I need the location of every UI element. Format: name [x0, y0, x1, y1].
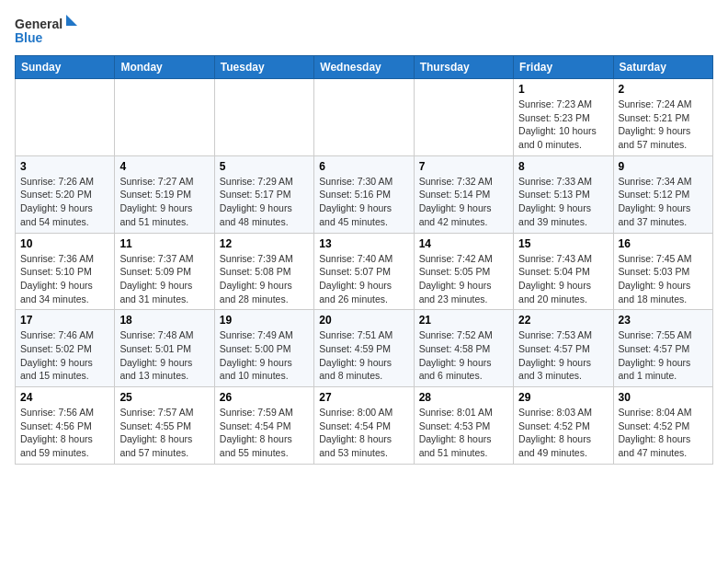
day-number: 6 [319, 160, 408, 173]
weekday-header-row: SundayMondayTuesdayWednesdayThursdayFrid… [16, 56, 713, 79]
weekday-header-sunday: Sunday [16, 56, 115, 79]
day-number: 19 [220, 314, 309, 327]
calendar-cell: 29Sunrise: 8:03 AMSunset: 4:52 PMDayligh… [514, 387, 613, 465]
day-info: Sunrise: 7:53 AMSunset: 4:57 PMDaylight:… [518, 328, 608, 383]
day-info: Sunrise: 7:30 AMSunset: 5:16 PMDaylight:… [319, 175, 408, 229]
day-number: 13 [319, 237, 408, 250]
calendar-cell: 18Sunrise: 7:48 AMSunset: 5:01 PMDayligh… [115, 310, 214, 387]
calendar-cell [16, 79, 115, 156]
day-info: Sunrise: 7:36 AMSunset: 5:10 PMDaylight:… [20, 252, 109, 306]
weekday-header-friday: Friday [514, 56, 613, 79]
calendar-cell: 3Sunrise: 7:26 AMSunset: 5:20 PMDaylight… [16, 155, 115, 233]
logo: GeneralBlue [15, 15, 79, 48]
day-number: 27 [319, 391, 408, 404]
calendar-cell: 26Sunrise: 7:59 AMSunset: 4:54 PMDayligh… [214, 387, 313, 465]
day-info: Sunrise: 7:49 AMSunset: 5:00 PMDaylight:… [220, 328, 309, 383]
day-info: Sunrise: 7:39 AMSunset: 5:08 PMDaylight:… [220, 252, 309, 306]
day-info: Sunrise: 7:24 AMSunset: 5:21 PMDaylight:… [619, 98, 708, 152]
calendar-cell [414, 79, 513, 156]
day-info: Sunrise: 7:42 AMSunset: 5:05 PMDaylight:… [419, 252, 508, 306]
weekday-header-tuesday: Tuesday [214, 56, 313, 79]
calendar-cell: 10Sunrise: 7:36 AMSunset: 5:10 PMDayligh… [16, 233, 115, 310]
svg-text:Blue: Blue [15, 30, 43, 45]
week-row-5: 24Sunrise: 7:56 AMSunset: 4:56 PMDayligh… [16, 387, 713, 465]
calendar-table: SundayMondayTuesdayWednesdayThursdayFrid… [15, 55, 713, 465]
calendar-cell: 13Sunrise: 7:40 AMSunset: 5:07 PMDayligh… [314, 233, 414, 310]
day-number: 17 [20, 314, 109, 327]
calendar-cell: 30Sunrise: 8:04 AMSunset: 4:52 PMDayligh… [613, 387, 712, 465]
day-number: 10 [20, 237, 109, 250]
day-info: Sunrise: 8:01 AMSunset: 4:53 PMDaylight:… [419, 406, 508, 460]
calendar-cell [214, 79, 313, 156]
day-number: 24 [20, 391, 109, 404]
day-number: 26 [220, 391, 309, 404]
day-info: Sunrise: 7:29 AMSunset: 5:17 PMDaylight:… [220, 175, 309, 229]
calendar-cell: 20Sunrise: 7:51 AMSunset: 4:59 PMDayligh… [314, 310, 414, 387]
week-row-2: 3Sunrise: 7:26 AMSunset: 5:20 PMDaylight… [16, 155, 713, 233]
calendar-cell: 22Sunrise: 7:53 AMSunset: 4:57 PMDayligh… [514, 310, 613, 387]
day-number: 28 [419, 391, 508, 404]
day-info: Sunrise: 7:51 AMSunset: 4:59 PMDaylight:… [319, 328, 408, 383]
calendar-cell: 27Sunrise: 8:00 AMSunset: 4:54 PMDayligh… [314, 387, 414, 465]
day-info: Sunrise: 8:03 AMSunset: 4:52 PMDaylight:… [518, 406, 608, 460]
day-number: 7 [419, 160, 508, 173]
weekday-header-wednesday: Wednesday [314, 56, 414, 79]
day-number: 16 [619, 237, 708, 250]
calendar-cell: 23Sunrise: 7:55 AMSunset: 4:57 PMDayligh… [613, 310, 712, 387]
day-number: 11 [119, 237, 209, 250]
week-row-3: 10Sunrise: 7:36 AMSunset: 5:10 PMDayligh… [16, 233, 713, 310]
weekday-header-thursday: Thursday [414, 56, 513, 79]
calendar-cell: 25Sunrise: 7:57 AMSunset: 4:55 PMDayligh… [115, 387, 214, 465]
day-info: Sunrise: 7:55 AMSunset: 4:57 PMDaylight:… [619, 328, 708, 383]
day-info: Sunrise: 7:26 AMSunset: 5:20 PMDaylight:… [20, 175, 109, 229]
calendar-cell: 8Sunrise: 7:33 AMSunset: 5:13 PMDaylight… [514, 155, 613, 233]
calendar-cell: 9Sunrise: 7:34 AMSunset: 5:12 PMDaylight… [613, 155, 712, 233]
calendar-cell [314, 79, 414, 156]
day-number: 22 [518, 314, 608, 327]
day-info: Sunrise: 7:56 AMSunset: 4:56 PMDaylight:… [20, 406, 109, 460]
day-info: Sunrise: 7:37 AMSunset: 5:09 PMDaylight:… [119, 252, 209, 306]
day-info: Sunrise: 7:43 AMSunset: 5:04 PMDaylight:… [518, 252, 608, 306]
svg-marker-2 [66, 15, 77, 26]
day-number: 9 [619, 160, 708, 173]
calendar-cell: 7Sunrise: 7:32 AMSunset: 5:14 PMDaylight… [414, 155, 513, 233]
day-number: 5 [220, 160, 309, 173]
week-row-4: 17Sunrise: 7:46 AMSunset: 5:02 PMDayligh… [16, 310, 713, 387]
calendar-cell: 1Sunrise: 7:23 AMSunset: 5:23 PMDaylight… [514, 79, 613, 156]
calendar-cell: 24Sunrise: 7:56 AMSunset: 4:56 PMDayligh… [16, 387, 115, 465]
calendar-cell: 21Sunrise: 7:52 AMSunset: 4:58 PMDayligh… [414, 310, 513, 387]
calendar-cell: 5Sunrise: 7:29 AMSunset: 5:17 PMDaylight… [214, 155, 313, 233]
day-info: Sunrise: 7:59 AMSunset: 4:54 PMDaylight:… [220, 406, 309, 460]
day-info: Sunrise: 8:00 AMSunset: 4:54 PMDaylight:… [319, 406, 408, 460]
day-number: 8 [518, 160, 608, 173]
day-info: Sunrise: 7:27 AMSunset: 5:19 PMDaylight:… [119, 175, 209, 229]
calendar-cell: 15Sunrise: 7:43 AMSunset: 5:04 PMDayligh… [514, 233, 613, 310]
day-info: Sunrise: 7:57 AMSunset: 4:55 PMDaylight:… [119, 406, 209, 460]
day-number: 25 [119, 391, 209, 404]
calendar-cell: 16Sunrise: 7:45 AMSunset: 5:03 PMDayligh… [613, 233, 712, 310]
day-info: Sunrise: 8:04 AMSunset: 4:52 PMDaylight:… [619, 406, 708, 460]
calendar-cell: 28Sunrise: 8:01 AMSunset: 4:53 PMDayligh… [414, 387, 513, 465]
svg-text:General: General [15, 17, 63, 31]
day-number: 12 [220, 237, 309, 250]
day-info: Sunrise: 7:48 AMSunset: 5:01 PMDaylight:… [119, 328, 209, 383]
calendar-cell: 17Sunrise: 7:46 AMSunset: 5:02 PMDayligh… [16, 310, 115, 387]
day-number: 29 [518, 391, 608, 404]
day-info: Sunrise: 7:46 AMSunset: 5:02 PMDaylight:… [20, 328, 109, 383]
day-number: 18 [119, 314, 209, 327]
day-info: Sunrise: 7:23 AMSunset: 5:23 PMDaylight:… [518, 98, 608, 152]
day-info: Sunrise: 7:40 AMSunset: 5:07 PMDaylight:… [319, 252, 408, 306]
day-number: 23 [619, 314, 708, 327]
day-info: Sunrise: 7:45 AMSunset: 5:03 PMDaylight:… [619, 252, 708, 306]
day-info: Sunrise: 7:33 AMSunset: 5:13 PMDaylight:… [518, 175, 608, 229]
day-number: 30 [619, 391, 708, 404]
week-row-1: 1Sunrise: 7:23 AMSunset: 5:23 PMDaylight… [16, 79, 713, 156]
day-info: Sunrise: 7:52 AMSunset: 4:58 PMDaylight:… [419, 328, 508, 383]
calendar-cell [115, 79, 214, 156]
day-number: 1 [518, 83, 608, 96]
day-number: 4 [119, 160, 209, 173]
day-number: 21 [419, 314, 508, 327]
day-number: 2 [619, 83, 708, 96]
calendar-cell: 14Sunrise: 7:42 AMSunset: 5:05 PMDayligh… [414, 233, 513, 310]
day-number: 3 [20, 160, 109, 173]
